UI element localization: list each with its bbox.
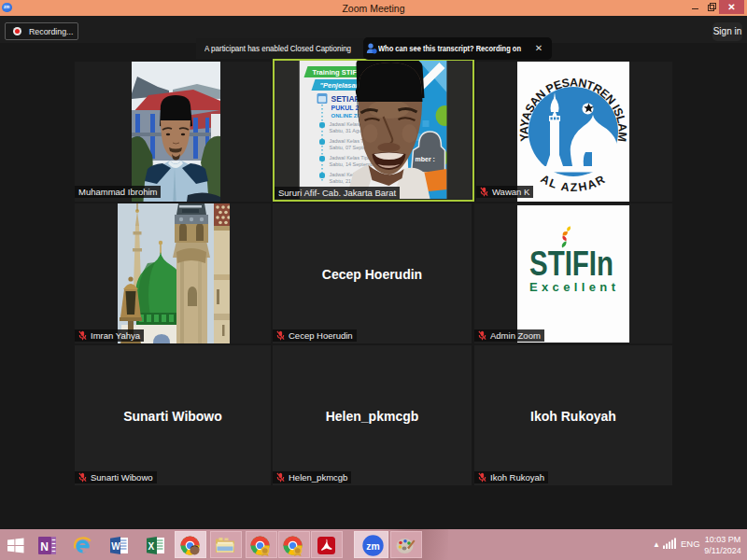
svg-text:W: W	[111, 541, 120, 552]
svg-text:Jadwal Kelas Tipe: Jadwal Kelas Tipe	[330, 155, 371, 161]
svg-text:mber :: mber :	[416, 156, 435, 162]
svg-text:X: X	[148, 541, 155, 552]
svg-text:zm: zm	[366, 541, 379, 552]
svg-text:Sabtu, 21: Sabtu, 21	[330, 178, 352, 184]
svg-text:N: N	[40, 540, 49, 553]
svg-text:STIFIn: STIFIn	[529, 245, 613, 283]
